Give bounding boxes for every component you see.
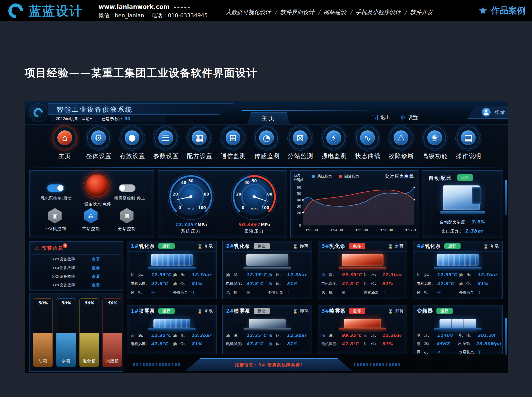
return-pressure-gauge: 020405080100MPa 90.3457MPa 回液压力 (230, 173, 278, 234)
pump-icon: ⊤ (191, 290, 213, 295)
outlet-row: 出口压力：2.3bar (422, 228, 503, 234)
network-icon: ⁂ (88, 213, 94, 219)
pump-image (322, 252, 403, 270)
nav-separator: / (404, 9, 406, 16)
warning-row: xxx设备故障 查看 (30, 257, 123, 264)
dash-nav-advanced[interactable]: ♛高级功能 (422, 125, 447, 167)
login-button[interactable]: 登录 (467, 106, 508, 119)
dash-nav-home[interactable]: ⌂主页 (52, 125, 77, 167)
svg-text:20: 20 (297, 211, 301, 215)
settings-button[interactable]: ⚙ 设置 (400, 114, 418, 121)
view-link[interactable]: 查看 (92, 283, 100, 288)
tank-oil: 50% 油箱 (33, 298, 53, 367)
dash-nav-fault-diagnosis[interactable]: ⚠故障诊断 (389, 125, 413, 167)
emulsion-pump-toggle[interactable] (47, 184, 64, 192)
host-control-button[interactable]: ▣ 上位机控制 (38, 208, 72, 232)
pump-icon: ⊤ (477, 290, 499, 295)
unload-button[interactable]: ⌛卸荷 (388, 244, 404, 249)
dash-nav-substation-monitor[interactable]: ⊠分站监测 (288, 125, 313, 167)
svg-text:9:56:00: 9:56:00 (380, 228, 393, 232)
dash-nav-valid-settings[interactable]: ⬢有效设置 (120, 125, 144, 167)
status-badge: 停止 (254, 243, 270, 249)
spray-pump-toggle[interactable] (119, 184, 135, 192)
load-button[interactable]: ⌛加载 (197, 308, 213, 314)
dashboard-nav: ⌂主页 ⚙整体设置 ⬢有效设置 ☰参数设置 ▦配方设置 ⊞通信监测 ◔传感监测 … (25, 125, 508, 167)
warning-title: 预警信息 (42, 245, 64, 252)
manual-icon: ▤ (464, 133, 472, 143)
view-link[interactable]: 查看 (92, 274, 100, 279)
svg-text:0: 0 (299, 223, 301, 227)
view-link[interactable]: 查看 (92, 266, 100, 271)
ratio-machine-image (438, 183, 487, 216)
site-url[interactable]: www.lanlanwork.com (99, 3, 169, 10)
host-icon: ▣ (52, 213, 58, 219)
svg-text:50: 50 (252, 179, 257, 183)
svg-text:40: 40 (244, 180, 249, 185)
recipe-icon: ▦ (195, 133, 203, 143)
site-header: 蓝蓝设计 www.lanlanwork.com ►►►►► 微信：ben_lan… (0, 0, 532, 21)
dash-nav-global-settings[interactable]: ⚙整体设置 (86, 125, 111, 167)
pump-icon: ⊤ (382, 290, 404, 295)
nav-item-software-dev[interactable]: 软件开发 (410, 8, 433, 16)
tank-water: 50% 水箱 (56, 298, 76, 367)
fan-icon: ✳ (342, 290, 363, 295)
tab-home[interactable]: 主页 (248, 112, 290, 124)
nav-item-website[interactable]: 网站建设 (324, 8, 346, 16)
nav-item-mobile-miniapp[interactable]: 手机及小程序设计 (355, 8, 401, 16)
pump-image (132, 252, 212, 270)
system-pressure-gauge: 020405080100MPa 12.3457MPa 系统压力 (167, 173, 215, 234)
dash-nav-manual[interactable]: ▤操作说明 (456, 125, 481, 167)
dash-nav-power-monitor[interactable]: ⚡强电监测 (321, 125, 346, 167)
load-button[interactable]: ⌛加载 (197, 244, 213, 249)
portfolio-label: 作品案例 (491, 5, 526, 16)
substation-control-button[interactable]: ⊠ 分站控制 (110, 208, 144, 232)
alarm-bar: 报警信息：3# 喷雾泵故障急停! (185, 358, 352, 371)
edge-accent (505, 318, 507, 355)
emulsion-pump-card-3: 3#乳化泵急停 ⌛卸荷 油 温:99.35°C油 压:12.3bar 电机温度:… (318, 241, 407, 299)
auto-ratio-panel: 自动配比 运行 自动配比浓度：3.5% 出口压力：2.3bar (422, 170, 503, 237)
pump-image (322, 317, 403, 331)
hourglass-icon: ⌛ (388, 244, 393, 249)
dashboard-header: 智能工业设备供液系统 2022年4月8日 星期五 已运行(秒)：30 主页 → … (25, 101, 508, 125)
hourglass-icon: ⌛ (293, 308, 298, 314)
dash-nav-comm-monitor[interactable]: ⊞通信监测 (221, 125, 245, 167)
portfolio-link[interactable]: ★ 作品案例 (478, 4, 526, 17)
load-button[interactable]: ⌛加载 (483, 244, 499, 249)
master-station-control-button[interactable]: ⁂ 主站控制 (74, 208, 108, 232)
comm-monitor-icon: ⊞ (229, 133, 236, 143)
status-badge: 停止 (254, 308, 270, 314)
dash-nav-recipe-settings[interactable]: ▦配方设置 (187, 125, 212, 167)
auto-ratio-title: 自动配比 (429, 175, 452, 181)
lanlan-logo-icon (7, 2, 23, 18)
hourglass-icon: ⌛ (197, 308, 203, 314)
svg-text:MPa: MPa (251, 207, 258, 211)
tank-mix: 50% 混合箱 (79, 298, 99, 367)
logout-button[interactable]: → 退出 (372, 114, 390, 121)
unload-button[interactable]: ⌛卸荷 (388, 308, 404, 314)
warning-header: ⚠ 预警信息 4 (34, 245, 68, 252)
unload-button[interactable]: ⌛卸荷 (293, 244, 308, 249)
nav-separator: / (275, 9, 277, 16)
svg-text:40: 40 (297, 198, 301, 202)
fan-icon: ✳ (437, 349, 459, 355)
alarm-strip-decoration (354, 363, 400, 366)
dash-nav-sensor-monitor[interactable]: ◔传感监测 (254, 125, 279, 167)
home-icon: ⌂ (62, 133, 68, 143)
density-row: 自动配比浓度：3.5% (422, 219, 503, 225)
substation-monitor-icon: ⊠ (296, 133, 304, 143)
svg-text:0: 0 (178, 206, 181, 210)
dash-nav-param-settings[interactable]: ☰参数设置 (153, 125, 178, 167)
nav-item-software-ui[interactable]: 软件界面设计 (280, 8, 314, 16)
svg-text:60: 60 (297, 185, 301, 189)
hourglass-icon: ⌛ (483, 244, 489, 249)
dash-nav-status-curve[interactable]: ∿状态曲线 (355, 125, 380, 167)
logout-label: 退出 (380, 114, 390, 121)
unload-button[interactable]: ⌛卸荷 (293, 308, 308, 314)
nav-item-bigdata-viz[interactable]: 大数据可视化设计 (226, 8, 271, 16)
view-link[interactable]: 查看 (92, 257, 100, 262)
emergency-stop-button[interactable] (85, 174, 109, 197)
hexagon-icon: ⬢ (128, 133, 136, 143)
nav-divider (25, 167, 508, 168)
pump-image (227, 317, 307, 331)
sensor-gauge-icon: ◔ (263, 133, 270, 143)
